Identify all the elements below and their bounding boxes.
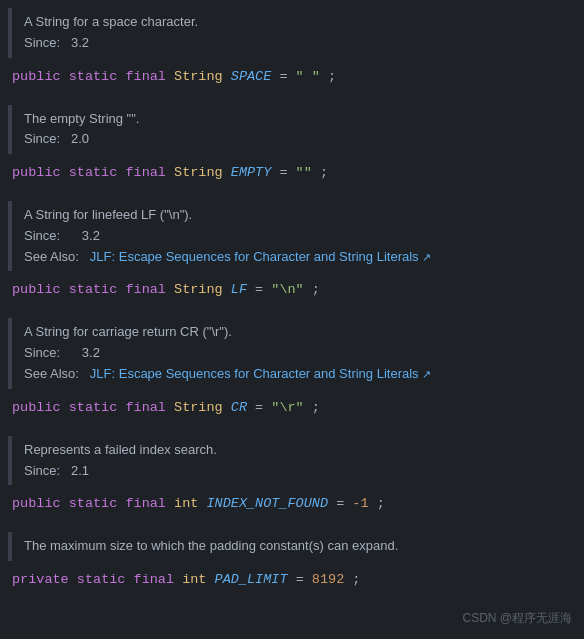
since-val-inf: 2.1 xyxy=(71,463,89,478)
kw-semi-lf: ; xyxy=(312,282,320,297)
doc-description-lf: A String for linefeed LF ("\n"). xyxy=(20,205,431,226)
since-empty: Since: 2.0 xyxy=(20,129,139,150)
kw-public-lf: public xyxy=(12,282,61,297)
kw-type-lf: String xyxy=(174,282,223,297)
code-space: public static final String SPACE = " " ; xyxy=(0,62,584,97)
left-border xyxy=(8,8,12,58)
kw-string-cr: "\r" xyxy=(271,400,303,415)
kw-semi-empty: ; xyxy=(320,165,328,180)
since-space: Since: 3.2 xyxy=(20,33,198,54)
doc-description-empty: The empty String "". xyxy=(20,109,139,130)
see-also-label-lf: See Also: xyxy=(24,249,79,264)
see-also-sp-cr xyxy=(83,366,87,381)
since-label-lf: Since: xyxy=(24,228,60,243)
code-pl: private static final int PAD_LIMIT = 819… xyxy=(0,565,584,616)
kw-final-cr: final xyxy=(125,400,166,415)
since-label-inf: Since: xyxy=(24,463,60,478)
kw-type-space: String xyxy=(174,69,223,84)
since-inf: Since: 2.1 xyxy=(20,461,217,482)
kw-type-empty: String xyxy=(174,165,223,180)
watermark: CSDN @程序无涯海 xyxy=(462,610,572,627)
left-border-cr xyxy=(8,318,12,388)
kw-static-pl: static xyxy=(77,572,126,587)
kw-semi-inf: ; xyxy=(377,496,385,511)
since-val-empty: 2.0 xyxy=(71,131,89,146)
section-pad-limit: The maximum size to which the padding co… xyxy=(0,524,584,565)
doc-block-empty: The empty String "". Since: 2.0 xyxy=(20,105,139,155)
since-sp-empty xyxy=(64,131,68,146)
kw-final-empty: final xyxy=(125,165,166,180)
left-border-pl xyxy=(8,532,12,561)
since-label-cr: Since: xyxy=(24,345,60,360)
left-border-lf xyxy=(8,201,12,271)
kw-op-inf: = xyxy=(336,496,352,511)
kw-static-inf: static xyxy=(69,496,118,511)
kw-string-empty: "" xyxy=(296,165,312,180)
kw-semi-pl: ; xyxy=(352,572,360,587)
since-sp-inf xyxy=(64,463,68,478)
since-val-space: 3.2 xyxy=(71,35,89,50)
kw-name-space: SPACE xyxy=(231,69,272,84)
kw-op-empty: = xyxy=(279,165,295,180)
kw-public-cr: public xyxy=(12,400,61,415)
kw-name-pl: PAD_LIMIT xyxy=(215,572,288,587)
code-inf: public static final int INDEX_NOT_FOUND … xyxy=(0,489,584,524)
doc-block-lf: A String for linefeed LF ("\n"). Since: … xyxy=(20,201,431,271)
doc-block-inf: Represents a failed index search. Since:… xyxy=(20,436,217,486)
since-lf: Since: 3.2 xyxy=(20,226,431,247)
since-label-space: Since: xyxy=(24,35,60,50)
since-val-cr: 3.2 xyxy=(82,345,100,360)
left-border-inf xyxy=(8,436,12,486)
doc-block-cr: A String for carriage return CR ("\r"). … xyxy=(20,318,431,388)
kw-static-cr: static xyxy=(69,400,118,415)
kw-string-space: " " xyxy=(296,69,320,84)
doc-block-space: A String for a space character. Since: 3… xyxy=(20,8,198,58)
kw-private-pl: private xyxy=(12,572,69,587)
doc-description-inf: Represents a failed index search. xyxy=(20,440,217,461)
kw-op-pl: = xyxy=(296,572,312,587)
kw-public-inf: public xyxy=(12,496,61,511)
see-also-link-cr[interactable]: JLF: Escape Sequences for Character and … xyxy=(90,366,431,381)
kw-static-lf: static xyxy=(69,282,118,297)
section-space: A String for a space character. Since: 3… xyxy=(0,0,584,62)
kw-static-space: static xyxy=(69,69,118,84)
kw-op-cr: = xyxy=(255,400,271,415)
kw-string-lf: "\n" xyxy=(271,282,303,297)
section-empty: The empty String "". Since: 2.0 xyxy=(0,97,584,159)
kw-final-lf: final xyxy=(125,282,166,297)
kw-type-int-pl: int xyxy=(182,572,206,587)
since-label-empty: Since: xyxy=(24,131,60,146)
code-cr: public static final String CR = "\r" ; xyxy=(0,393,584,428)
kw-semi-space: ; xyxy=(328,69,336,84)
kw-semi-cr: ; xyxy=(312,400,320,415)
code-empty: public static final String EMPTY = "" ; xyxy=(0,158,584,193)
see-also-label-cr: See Also: xyxy=(24,366,79,381)
section-index-not-found: Represents a failed index search. Since:… xyxy=(0,428,584,490)
see-also-lf: See Also: JLF: Escape Sequences for Char… xyxy=(20,247,431,268)
code-lf: public static final String LF = "\n" ; xyxy=(0,275,584,310)
kw-static-empty: static xyxy=(69,165,118,180)
doc-description-pl: The maximum size to which the padding co… xyxy=(20,536,398,557)
since-sp-cr xyxy=(64,345,78,360)
kw-number-inf: -1 xyxy=(352,496,368,511)
see-also-sp-lf xyxy=(83,249,87,264)
kw-type-int-inf: int xyxy=(174,496,198,511)
kw-final-pl: final xyxy=(134,572,175,587)
page-wrapper: A String for a space character. Since: 3… xyxy=(0,0,584,639)
since-sp-lf xyxy=(64,228,78,243)
section-lf: A String for linefeed LF ("\n"). Since: … xyxy=(0,193,584,275)
kw-op-lf: = xyxy=(255,282,271,297)
kw-final-space: final xyxy=(125,69,166,84)
kw-name-empty: EMPTY xyxy=(231,165,272,180)
kw-final-inf: final xyxy=(125,496,166,511)
doc-description-space: A String for a space character. xyxy=(20,12,198,33)
kw-name-inf: INDEX_NOT_FOUND xyxy=(206,496,328,511)
kw-public-space: public xyxy=(12,69,61,84)
since-val-lf: 3.2 xyxy=(82,228,100,243)
since-value-space xyxy=(64,35,68,50)
kw-number-pl: 8192 xyxy=(312,572,344,587)
see-also-cr: See Also: JLF: Escape Sequences for Char… xyxy=(20,364,431,385)
see-also-link-lf[interactable]: JLF: Escape Sequences for Character and … xyxy=(90,249,431,264)
kw-type-cr: String xyxy=(174,400,223,415)
kw-name-lf: LF xyxy=(231,282,247,297)
